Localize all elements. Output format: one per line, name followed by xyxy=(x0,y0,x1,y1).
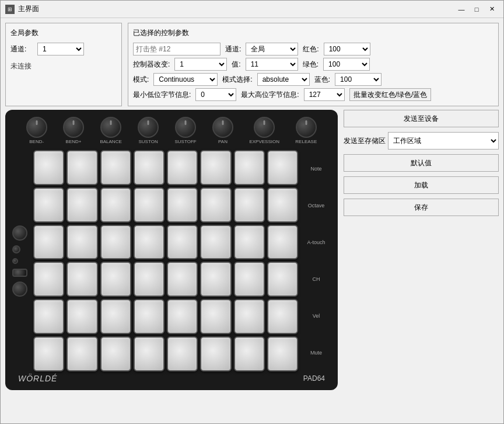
pad-3-6[interactable] xyxy=(200,225,231,260)
pad-2-1[interactable] xyxy=(33,187,64,223)
pad-1-3[interactable] xyxy=(100,150,131,185)
save-button[interactable]: 保存 xyxy=(344,199,499,216)
pad-4-2[interactable] xyxy=(66,262,97,297)
side-label-octave[interactable]: Octave xyxy=(308,203,325,208)
channel-param-label: 通道: xyxy=(225,44,241,54)
pad-5-3[interactable] xyxy=(100,299,131,334)
pad-2-5[interactable] xyxy=(167,187,198,223)
batch-color-button[interactable]: 批量改变红色/绿色/蓝色 xyxy=(349,88,432,101)
pad-3-2[interactable] xyxy=(66,225,97,260)
pad-5-4[interactable] xyxy=(134,299,164,334)
green-select[interactable]: 100 xyxy=(323,58,370,71)
pad-6-6[interactable] xyxy=(200,336,231,371)
pad-5-2[interactable] xyxy=(66,299,97,334)
side-label-note[interactable]: Note xyxy=(310,166,321,172)
pad-3-7[interactable] xyxy=(234,225,265,260)
pad-3-5[interactable] xyxy=(167,225,198,260)
pad-2-8[interactable] xyxy=(267,187,298,223)
pad-4-6[interactable] xyxy=(200,262,231,297)
channel-param-select[interactable]: 全局 xyxy=(246,43,298,55)
pad-1-2[interactable] xyxy=(66,150,97,185)
side-btn-2[interactable] xyxy=(12,245,20,253)
pad-6-2[interactable] xyxy=(66,336,97,371)
blue-select[interactable]: 100 xyxy=(335,73,382,86)
min-select[interactable]: 0 xyxy=(195,88,236,101)
close-button[interactable]: ✕ xyxy=(485,4,499,15)
brand-label: WÖRLDÉ xyxy=(18,374,57,383)
knob-expression-control[interactable] xyxy=(254,117,275,138)
pad-5-5[interactable] xyxy=(167,299,198,334)
max-select[interactable]: 127 xyxy=(304,88,345,101)
pad-4-1[interactable] xyxy=(33,262,64,297)
pad-1-6[interactable] xyxy=(200,150,231,185)
pad-2-7[interactable] xyxy=(234,187,265,223)
knob-sustoff-control[interactable] xyxy=(175,117,196,138)
pad-4-4[interactable] xyxy=(134,262,164,297)
pad-5-7[interactable] xyxy=(234,299,265,334)
side-label-vel[interactable]: Vel xyxy=(313,313,320,319)
pad-6-4[interactable] xyxy=(134,336,164,371)
side-btn-prev[interactable] xyxy=(12,225,27,241)
pad-3-1[interactable] xyxy=(33,225,64,260)
side-label-mute[interactable]: Mute xyxy=(310,350,322,356)
pad-1-4[interactable] xyxy=(134,150,164,185)
pad-6-7[interactable] xyxy=(234,336,265,371)
pad-3-8[interactable] xyxy=(267,225,298,260)
channel-select[interactable]: 1 xyxy=(37,43,84,55)
side-label-ch[interactable]: CH xyxy=(313,276,320,282)
pad-2-4[interactable] xyxy=(134,187,164,223)
pad-6-5[interactable] xyxy=(167,336,198,371)
pad-1-1[interactable] xyxy=(33,150,64,185)
knob-pan: PAN xyxy=(212,117,233,144)
side-label-atouch[interactable]: A-touch xyxy=(307,239,325,245)
pad-4-7[interactable] xyxy=(234,262,265,297)
mode-select-label: 模式选择: xyxy=(222,75,252,85)
knob-balance-label: BALANCE xyxy=(100,139,121,144)
red-select[interactable]: 100 xyxy=(324,43,370,55)
pad-5-8[interactable] xyxy=(267,299,298,334)
knob-release-control[interactable] xyxy=(296,117,317,138)
pad-2-2[interactable] xyxy=(66,187,97,223)
pad-1-5[interactable] xyxy=(167,150,198,185)
knob-bend-plus-control[interactable] xyxy=(63,117,84,138)
pad-2-3[interactable] xyxy=(100,187,131,223)
pad-3-4[interactable] xyxy=(134,225,164,260)
pad-name-input[interactable] xyxy=(133,43,220,55)
pad-4-3[interactable] xyxy=(100,262,131,297)
save-zone-label: 发送至存储区 xyxy=(344,136,386,146)
pad-4-8[interactable] xyxy=(267,262,298,297)
pad-3-3[interactable] xyxy=(100,225,131,260)
knob-pan-label: PAN xyxy=(218,139,228,144)
side-btn-5[interactable] xyxy=(12,281,27,297)
mode-label: 模式: xyxy=(133,75,149,85)
pad-1-8[interactable] xyxy=(267,150,298,185)
minimize-button[interactable]: — xyxy=(454,4,468,15)
pad-4-5[interactable] xyxy=(167,262,198,297)
side-btn-4[interactable] xyxy=(12,269,27,277)
knob-pan-control[interactable] xyxy=(212,117,233,138)
send-device-button[interactable]: 发送至设备 xyxy=(344,110,499,127)
maximize-button[interactable]: □ xyxy=(470,4,484,15)
pad-5-6[interactable] xyxy=(200,299,231,334)
mode-select[interactable]: Continuous xyxy=(153,73,218,86)
pad-2-6[interactable] xyxy=(200,187,231,223)
load-button[interactable]: 加载 xyxy=(344,176,499,194)
save-zone-select[interactable]: 工作区域 区域1 区域2 xyxy=(388,132,499,150)
knob-balance-control[interactable] xyxy=(100,117,121,138)
mode-select-dropdown[interactable]: absolute xyxy=(257,73,310,86)
knob-bend-minus-control[interactable] xyxy=(26,117,47,138)
pad-6-3[interactable] xyxy=(100,336,131,371)
knob-suston-control[interactable] xyxy=(138,117,159,138)
pad-row-2 xyxy=(33,187,298,223)
pad-6-1[interactable] xyxy=(33,336,64,371)
pad-6-8[interactable] xyxy=(267,336,298,371)
controller-select[interactable]: 1 xyxy=(174,58,227,71)
side-btn-3[interactable] xyxy=(12,258,18,264)
default-button[interactable]: 默认值 xyxy=(344,154,499,172)
value-select[interactable]: 11 xyxy=(246,58,298,71)
global-params-title: 全局参数 xyxy=(10,28,117,38)
main-content: 全局参数 通道: 1 未连接 已选择的控制参数 通道: xyxy=(1,18,503,423)
pad-5-1[interactable] xyxy=(33,299,64,334)
pad-1-7[interactable] xyxy=(234,150,265,185)
model-label: PAD64 xyxy=(303,374,325,383)
